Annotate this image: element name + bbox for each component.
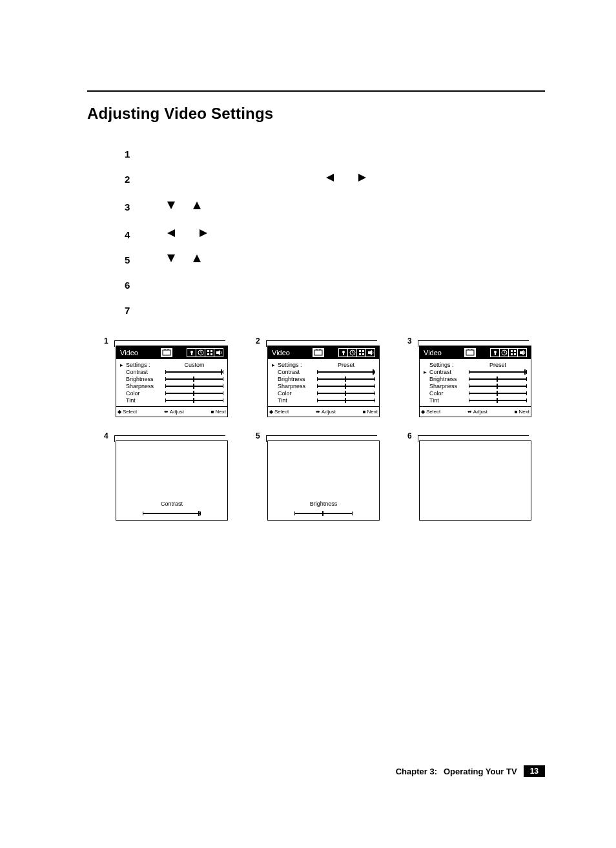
osd-heading: Video [272,349,290,357]
svg-line-15 [201,353,202,353]
nav-right-icon [358,174,366,181]
svg-rect-16 [207,350,209,352]
svg-rect-12 [191,353,192,355]
audio-icon [365,349,375,357]
panel-lead [114,340,225,346]
foot-adjust: ⬌Adjust [467,409,488,415]
svg-marker-33 [368,350,372,355]
svg-rect-17 [210,350,212,352]
svg-marker-7 [193,254,201,262]
svg-marker-2 [167,202,175,209]
slider-sharpness [165,384,223,389]
panel-5-num: 5 [256,431,260,440]
item-contrast: Contrast [429,369,451,375]
channel-icon [205,349,214,357]
live-label-contrast: Contrast [161,501,183,507]
nav-up-icon [193,254,201,262]
item-tint: Tint [429,397,439,404]
svg-rect-8 [163,350,170,355]
svg-rect-21 [314,350,322,355]
svg-rect-43 [514,350,516,352]
item-brightness: Brightness [278,376,305,382]
foot-adjust: ⬌Adjust [164,409,184,415]
svg-rect-38 [495,353,496,355]
settings-value: Preset [469,362,527,368]
pointer-icon: ▸ [120,362,125,368]
nav-up-icon [193,202,201,209]
step-num-1: 1 [125,149,139,160]
tv-icon [464,348,476,357]
svg-marker-5 [200,229,207,237]
page-footer: Chapter 3: Operating Your TV 13 [396,765,545,777]
foot-adjust: ⬌Adjust [316,409,336,415]
step-num-2: 2 [125,174,139,185]
svg-rect-30 [362,350,364,352]
svg-marker-6 [167,254,175,262]
slider-contrast [165,369,223,375]
svg-rect-19 [210,353,212,355]
timer-icon [196,349,205,357]
svg-rect-29 [359,350,361,352]
foot-select: ◆Select [421,409,440,415]
panel-6-num: 6 [407,431,412,440]
item-contrast: Contrast [126,369,148,375]
panel-1-num: 1 [104,336,108,346]
step-num-3: 3 [125,202,139,212]
osd-heading: Video [120,349,138,357]
page-title: Adjusting Video Settings [87,105,545,123]
step-list: 1 2 3 4 5 [125,149,545,316]
nav-left-icon [326,174,334,181]
tv-icon [161,348,172,357]
audio-icon [214,349,223,357]
svg-rect-42 [511,350,513,352]
svg-marker-1 [358,174,366,181]
svg-rect-18 [207,353,209,355]
svg-marker-0 [326,174,334,181]
step-num-7: 7 [125,305,139,316]
nav-left-icon [167,229,175,237]
footer-title: Operating Your TV [444,767,517,776]
settings-label: Settings : [126,362,150,368]
footer-chapter: Chapter 3: [396,767,437,776]
foot-select: ◆Select [269,409,289,415]
svg-line-41 [504,353,506,353]
nav-right-icon [200,229,207,237]
pointer-icon: ▸ [272,362,276,368]
timer-icon [499,349,508,357]
live-label-brightness: Brightness [310,501,338,507]
svg-rect-25 [343,353,344,355]
slider-brightness [165,377,223,382]
item-brightness: Brightness [126,376,154,382]
channel-icon [356,349,365,357]
tv-icon [313,348,324,357]
item-tint: Tint [278,397,287,404]
timer-icon [347,349,356,357]
item-sharpness: Sharpness [126,383,154,389]
setup-icon [339,349,347,357]
item-color: Color [278,390,292,397]
panel-6: 6 [419,433,568,521]
item-contrast: Contrast [278,369,300,375]
panel-4-num: 4 [104,431,108,440]
nav-down-icon [167,254,175,262]
panel-4: 4 Contrast [116,433,264,521]
settings-value: Custom [165,362,223,368]
item-tint: Tint [126,397,136,404]
osd-tab-icons [161,348,223,357]
svg-marker-3 [193,202,201,209]
setup-icon [491,349,499,357]
panel-2-num: 2 [256,336,260,346]
svg-rect-44 [511,353,513,355]
panel-3-num: 3 [407,336,412,346]
setup-icon [187,349,196,357]
item-color: Color [429,390,444,397]
osd-heading: Video [424,349,442,357]
live-slider-contrast [143,511,201,516]
settings-value: Preset [317,362,375,368]
item-color: Color [126,390,140,397]
svg-marker-4 [167,229,175,237]
audio-icon [517,349,526,357]
svg-marker-46 [520,350,524,355]
nav-down-icon [167,202,175,209]
settings-label: Settings : [278,362,302,368]
